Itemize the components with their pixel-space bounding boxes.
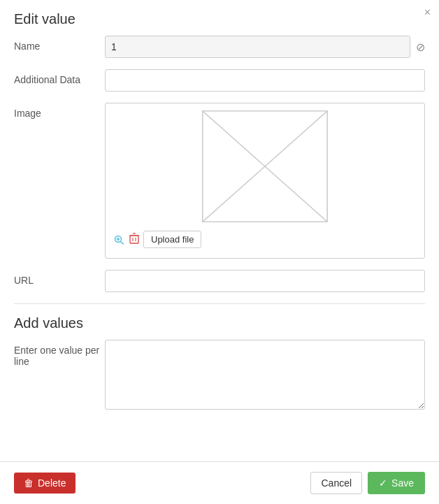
delete-image-icon[interactable] — [129, 233, 139, 247]
image-container: Upload file — [105, 103, 425, 259]
trash-icon: 🗑 — [24, 477, 34, 489]
url-label: URL — [14, 270, 105, 286]
save-button[interactable]: ✓ Save — [368, 472, 425, 494]
upload-file-button[interactable]: Upload file — [143, 231, 201, 248]
additional-data-row: Additional Data — [14, 69, 425, 92]
add-values-label: Enter one value per line — [14, 340, 105, 367]
name-label: Name — [14, 36, 105, 52]
modal-body: Name ⊘ Additional Data Image — [0, 36, 439, 410]
image-row: Image — [14, 103, 425, 259]
check-icon: ✓ — [379, 477, 387, 489]
delete-label: Delete — [38, 477, 66, 489]
name-row: Name ⊘ — [14, 36, 425, 58]
edit-value-modal: × Edit value Name ⊘ Additional Data Imag… — [0, 0, 439, 504]
url-input[interactable] — [105, 270, 425, 292]
delete-button[interactable]: 🗑 Delete — [14, 473, 75, 494]
image-label: Image — [14, 103, 105, 119]
modal-title: Edit value — [0, 0, 439, 36]
cancel-button[interactable]: Cancel — [310, 472, 362, 494]
add-values-textarea[interactable] — [105, 340, 425, 410]
svg-rect-7 — [130, 236, 138, 243]
name-input[interactable] — [105, 36, 410, 58]
add-values-row: Enter one value per line — [14, 340, 425, 410]
close-button[interactable]: × — [424, 7, 431, 18]
url-row: URL — [14, 270, 425, 292]
modal-footer: 🗑 Delete Cancel ✓ Save — [0, 461, 439, 504]
additional-data-input[interactable] — [105, 69, 425, 92]
image-placeholder — [202, 110, 328, 222]
svg-line-4 — [121, 241, 124, 244]
name-field-wrapper: ⊘ — [105, 36, 425, 58]
image-actions: Upload file — [113, 228, 417, 251]
footer-right: Cancel ✓ Save — [310, 472, 425, 494]
additional-data-label: Additional Data — [14, 69, 105, 85]
save-label: Save — [391, 477, 414, 489]
placeholder-svg — [203, 111, 327, 222]
section-divider — [14, 303, 425, 304]
zoom-in-icon[interactable] — [114, 235, 125, 245]
edit-icon[interactable]: ⊘ — [416, 41, 425, 54]
add-values-title: Add values — [14, 315, 425, 331]
